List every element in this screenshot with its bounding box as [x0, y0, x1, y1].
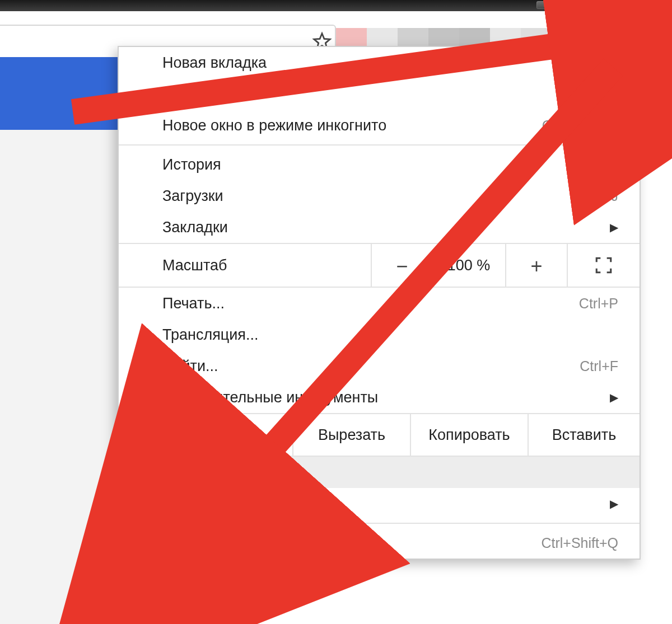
menu-item-shortcut: Ctrl+F — [580, 358, 618, 374]
menu-item-label: Найти... — [162, 358, 568, 375]
submenu-arrow-icon: ▶ — [610, 391, 618, 404]
submenu-arrow-icon: ▶ — [610, 220, 618, 234]
cut-button[interactable]: Вырезать — [292, 414, 410, 456]
browser-toolbar — [0, 11, 672, 50]
menu-zoom-row: Масштаб − 100 % + — [119, 243, 640, 288]
zoom-value: 100 % — [432, 257, 505, 274]
page-header-blue — [0, 57, 118, 130]
fullscreen-button[interactable] — [567, 244, 640, 287]
menu-item-new-tab[interactable]: Новая вкладка Ctrl+T — [119, 47, 640, 78]
menu-item-label: Новое окно — [162, 86, 567, 103]
menu-item-label: Закладки — [162, 219, 599, 236]
menu-item-shortcut: Ctrl+T — [580, 55, 618, 71]
menu-edit-row: Изменить Вырезать Копировать Вставить — [119, 413, 640, 457]
menu-item-label: Новое окно в режиме инкогнито — [162, 117, 531, 134]
menu-item-exit[interactable]: Выход Ctrl+Shift+Q — [119, 527, 640, 559]
zoom-label: Масштаб — [162, 257, 371, 274]
menu-item-downloads[interactable]: Загрузки Ctrl+J — [119, 180, 640, 212]
menu-item-label: История — [162, 156, 599, 173]
menu-item-incognito[interactable]: Новое окно в режиме инкогнито Ctrl+Shift… — [119, 110, 640, 141]
menu-item-label: Справка — [162, 495, 599, 513]
menu-item-bookmarks[interactable]: Закладки ▶ — [119, 212, 640, 243]
menu-item-label: Дополнительные инструменты — [162, 389, 599, 406]
submenu-arrow-icon: ▶ — [610, 497, 618, 510]
page-body-bg — [0, 130, 118, 624]
menu-item-label: Настройки — [162, 464, 618, 481]
menu-item-find[interactable]: Найти... Ctrl+F — [119, 350, 640, 382]
edit-label: Изменить — [119, 414, 292, 456]
menu-item-more-tools[interactable]: Дополнительные инструменты ▶ — [119, 382, 640, 413]
menu-item-shortcut: Ctrl+Shift+N — [542, 118, 618, 134]
os-titlebar — [0, 0, 672, 11]
zoom-in-button[interactable]: + — [505, 244, 567, 287]
os-window-controls — [536, 1, 661, 9]
menu-item-settings[interactable]: Настройки — [119, 457, 640, 488]
menu-separator — [119, 523, 640, 524]
zoom-out-button[interactable]: − — [371, 244, 432, 287]
paste-button[interactable]: Вставить — [528, 414, 640, 456]
submenu-arrow-icon: ▶ — [610, 158, 618, 171]
svg-point-2 — [646, 48, 650, 51]
menu-item-shortcut: Ctrl+Shift+Q — [541, 535, 618, 551]
menu-item-help[interactable]: Справка ▶ — [119, 488, 640, 519]
menu-item-label: Выход — [162, 534, 530, 552]
menu-item-history[interactable]: История ▶ — [119, 149, 640, 180]
main-menu: Новая вкладка Ctrl+T Новое окно Ctrl+N Н… — [118, 46, 641, 560]
menu-item-print[interactable]: Печать... Ctrl+P — [119, 288, 640, 319]
svg-point-0 — [646, 34, 650, 37]
menu-item-label: Трансляция... — [162, 326, 618, 344]
svg-point-1 — [646, 40, 650, 44]
menu-item-shortcut: Ctrl+P — [579, 295, 618, 312]
menu-item-cast[interactable]: Трансляция... — [119, 319, 640, 350]
menu-item-shortcut: Ctrl+J — [581, 188, 618, 204]
menu-separator — [119, 144, 640, 146]
fullscreen-icon — [594, 256, 613, 275]
menu-item-label: Новая вкладка — [162, 54, 568, 72]
menu-item-shortcut: Ctrl+N — [578, 86, 618, 102]
menu-item-label: Загрузки — [162, 187, 570, 205]
copy-button[interactable]: Копировать — [410, 414, 528, 456]
menu-item-label: Печать... — [162, 295, 568, 312]
menu-item-new-window[interactable]: Новое окно Ctrl+N — [119, 78, 640, 110]
